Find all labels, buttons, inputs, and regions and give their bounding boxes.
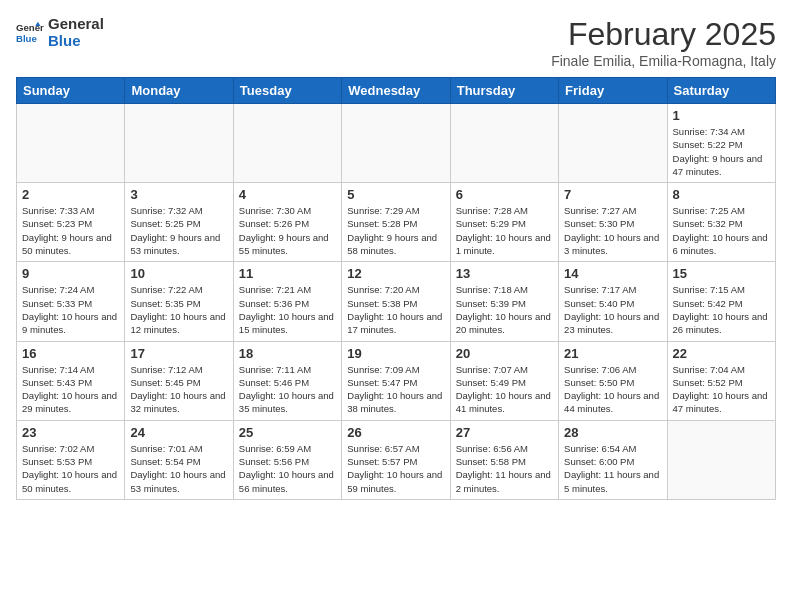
day-number: 28 [564,425,661,440]
day-header-sunday: Sunday [17,78,125,104]
day-info: Sunrise: 7:07 AM Sunset: 5:49 PM Dayligh… [456,363,553,416]
calendar-cell: 8Sunrise: 7:25 AM Sunset: 5:32 PM Daylig… [667,183,775,262]
calendar-cell: 3Sunrise: 7:32 AM Sunset: 5:25 PM Daylig… [125,183,233,262]
logo-general: General [48,16,104,33]
day-number: 14 [564,266,661,281]
day-number: 23 [22,425,119,440]
day-info: Sunrise: 6:54 AM Sunset: 6:00 PM Dayligh… [564,442,661,495]
calendar-cell: 20Sunrise: 7:07 AM Sunset: 5:49 PM Dayli… [450,341,558,420]
day-header-monday: Monday [125,78,233,104]
calendar-cell: 15Sunrise: 7:15 AM Sunset: 5:42 PM Dayli… [667,262,775,341]
day-number: 27 [456,425,553,440]
day-number: 20 [456,346,553,361]
day-header-saturday: Saturday [667,78,775,104]
svg-text:General: General [16,22,44,33]
calendar-cell: 14Sunrise: 7:17 AM Sunset: 5:40 PM Dayli… [559,262,667,341]
day-number: 21 [564,346,661,361]
day-number: 9 [22,266,119,281]
day-header-friday: Friday [559,78,667,104]
page-header: General Blue General Blue February 2025 … [16,16,776,69]
title-area: February 2025 Finale Emilia, Emilia-Roma… [551,16,776,69]
day-number: 24 [130,425,227,440]
calendar-cell: 10Sunrise: 7:22 AM Sunset: 5:35 PM Dayli… [125,262,233,341]
day-info: Sunrise: 7:24 AM Sunset: 5:33 PM Dayligh… [22,283,119,336]
calendar-cell: 6Sunrise: 7:28 AM Sunset: 5:29 PM Daylig… [450,183,558,262]
calendar-cell: 25Sunrise: 6:59 AM Sunset: 5:56 PM Dayli… [233,420,341,499]
day-number: 5 [347,187,444,202]
calendar-cell: 26Sunrise: 6:57 AM Sunset: 5:57 PM Dayli… [342,420,450,499]
week-row-4: 16Sunrise: 7:14 AM Sunset: 5:43 PM Dayli… [17,341,776,420]
day-number: 16 [22,346,119,361]
day-info: Sunrise: 7:01 AM Sunset: 5:54 PM Dayligh… [130,442,227,495]
day-number: 7 [564,187,661,202]
day-info: Sunrise: 7:30 AM Sunset: 5:26 PM Dayligh… [239,204,336,257]
month-title: February 2025 [551,16,776,53]
day-info: Sunrise: 7:04 AM Sunset: 5:52 PM Dayligh… [673,363,770,416]
day-info: Sunrise: 7:34 AM Sunset: 5:22 PM Dayligh… [673,125,770,178]
calendar-cell: 21Sunrise: 7:06 AM Sunset: 5:50 PM Dayli… [559,341,667,420]
day-number: 26 [347,425,444,440]
day-number: 1 [673,108,770,123]
day-info: Sunrise: 7:33 AM Sunset: 5:23 PM Dayligh… [22,204,119,257]
day-info: Sunrise: 7:27 AM Sunset: 5:30 PM Dayligh… [564,204,661,257]
day-info: Sunrise: 7:20 AM Sunset: 5:38 PM Dayligh… [347,283,444,336]
calendar-cell: 18Sunrise: 7:11 AM Sunset: 5:46 PM Dayli… [233,341,341,420]
day-header-wednesday: Wednesday [342,78,450,104]
day-info: Sunrise: 7:15 AM Sunset: 5:42 PM Dayligh… [673,283,770,336]
day-number: 19 [347,346,444,361]
day-number: 6 [456,187,553,202]
calendar-cell: 19Sunrise: 7:09 AM Sunset: 5:47 PM Dayli… [342,341,450,420]
day-info: Sunrise: 6:56 AM Sunset: 5:58 PM Dayligh… [456,442,553,495]
day-info: Sunrise: 7:02 AM Sunset: 5:53 PM Dayligh… [22,442,119,495]
calendar-cell: 1Sunrise: 7:34 AM Sunset: 5:22 PM Daylig… [667,104,775,183]
location: Finale Emilia, Emilia-Romagna, Italy [551,53,776,69]
day-number: 10 [130,266,227,281]
day-number: 17 [130,346,227,361]
calendar-cell [342,104,450,183]
day-number: 4 [239,187,336,202]
calendar-cell [125,104,233,183]
calendar-cell: 24Sunrise: 7:01 AM Sunset: 5:54 PM Dayli… [125,420,233,499]
calendar-cell: 22Sunrise: 7:04 AM Sunset: 5:52 PM Dayli… [667,341,775,420]
calendar-cell [667,420,775,499]
calendar-cell: 17Sunrise: 7:12 AM Sunset: 5:45 PM Dayli… [125,341,233,420]
week-row-3: 9Sunrise: 7:24 AM Sunset: 5:33 PM Daylig… [17,262,776,341]
calendar-cell: 16Sunrise: 7:14 AM Sunset: 5:43 PM Dayli… [17,341,125,420]
day-info: Sunrise: 7:06 AM Sunset: 5:50 PM Dayligh… [564,363,661,416]
day-info: Sunrise: 6:57 AM Sunset: 5:57 PM Dayligh… [347,442,444,495]
calendar-cell [17,104,125,183]
day-info: Sunrise: 7:25 AM Sunset: 5:32 PM Dayligh… [673,204,770,257]
calendar-cell: 27Sunrise: 6:56 AM Sunset: 5:58 PM Dayli… [450,420,558,499]
day-number: 15 [673,266,770,281]
day-info: Sunrise: 7:14 AM Sunset: 5:43 PM Dayligh… [22,363,119,416]
calendar-cell: 12Sunrise: 7:20 AM Sunset: 5:38 PM Dayli… [342,262,450,341]
day-info: Sunrise: 7:11 AM Sunset: 5:46 PM Dayligh… [239,363,336,416]
calendar-cell [233,104,341,183]
day-number: 13 [456,266,553,281]
day-number: 3 [130,187,227,202]
calendar-cell: 13Sunrise: 7:18 AM Sunset: 5:39 PM Dayli… [450,262,558,341]
svg-text:Blue: Blue [16,32,37,43]
week-row-5: 23Sunrise: 7:02 AM Sunset: 5:53 PM Dayli… [17,420,776,499]
day-number: 25 [239,425,336,440]
day-info: Sunrise: 7:29 AM Sunset: 5:28 PM Dayligh… [347,204,444,257]
day-number: 18 [239,346,336,361]
day-info: Sunrise: 7:28 AM Sunset: 5:29 PM Dayligh… [456,204,553,257]
calendar-cell: 9Sunrise: 7:24 AM Sunset: 5:33 PM Daylig… [17,262,125,341]
calendar-cell: 11Sunrise: 7:21 AM Sunset: 5:36 PM Dayli… [233,262,341,341]
calendar-cell [450,104,558,183]
calendar-cell: 28Sunrise: 6:54 AM Sunset: 6:00 PM Dayli… [559,420,667,499]
logo-icon: General Blue [16,19,44,47]
day-number: 11 [239,266,336,281]
day-info: Sunrise: 7:18 AM Sunset: 5:39 PM Dayligh… [456,283,553,336]
day-info: Sunrise: 6:59 AM Sunset: 5:56 PM Dayligh… [239,442,336,495]
calendar-table: SundayMondayTuesdayWednesdayThursdayFrid… [16,77,776,500]
day-info: Sunrise: 7:09 AM Sunset: 5:47 PM Dayligh… [347,363,444,416]
day-info: Sunrise: 7:22 AM Sunset: 5:35 PM Dayligh… [130,283,227,336]
day-info: Sunrise: 7:12 AM Sunset: 5:45 PM Dayligh… [130,363,227,416]
calendar-cell: 5Sunrise: 7:29 AM Sunset: 5:28 PM Daylig… [342,183,450,262]
calendar-cell: 2Sunrise: 7:33 AM Sunset: 5:23 PM Daylig… [17,183,125,262]
calendar-cell: 23Sunrise: 7:02 AM Sunset: 5:53 PM Dayli… [17,420,125,499]
day-info: Sunrise: 7:17 AM Sunset: 5:40 PM Dayligh… [564,283,661,336]
calendar-cell [559,104,667,183]
